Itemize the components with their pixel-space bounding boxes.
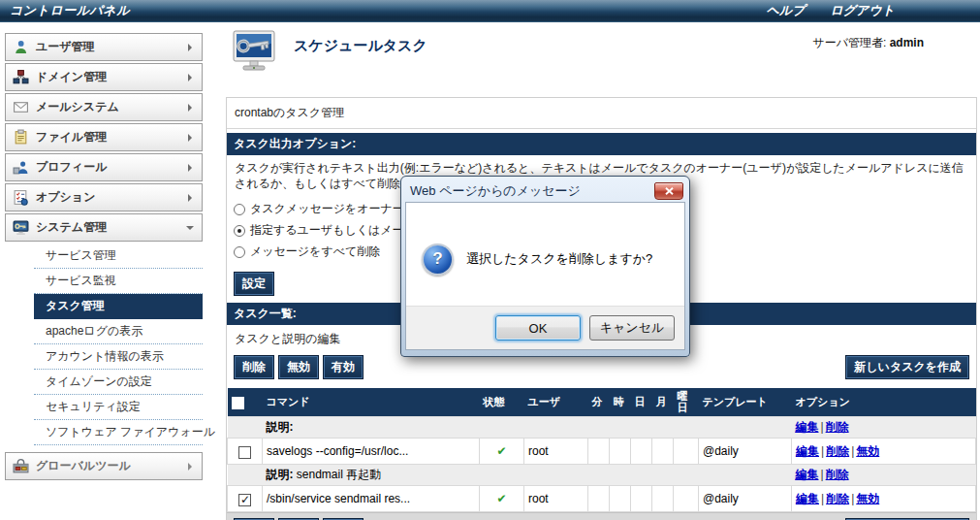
options-icon <box>13 189 29 206</box>
sidebar-item-profile[interactable]: プロフィール <box>5 153 203 181</box>
col-hour: 時 <box>610 388 631 417</box>
domain-icon <box>13 69 29 85</box>
task-user: root <box>524 439 588 465</box>
task-actions-bottom: 削除 無効 有効 新しいタスクを作成 <box>227 512 976 520</box>
chevron-right-icon <box>185 43 195 52</box>
select-all-checkbox[interactable] <box>232 397 244 409</box>
dialog-title: Web ページからのメッセージ <box>410 182 581 200</box>
edit-link[interactable]: 編集 <box>796 468 819 481</box>
chevron-right-icon <box>185 73 195 82</box>
delete-link[interactable]: 削除 <box>826 492 849 505</box>
settings-button[interactable]: 設定 <box>234 272 274 296</box>
create-task-button[interactable]: 新しいタスクを作成 <box>845 355 969 379</box>
disable-link[interactable]: 無効 <box>856 444 879 458</box>
col-minute: 分 <box>588 388 610 417</box>
description-label: 説明: <box>267 420 294 434</box>
page-title: スケジュールタスク <box>294 37 427 55</box>
task-user: root <box>524 486 588 512</box>
sidebar-item-security[interactable]: セキュリティ設定 <box>34 395 203 420</box>
scheduled-task-icon <box>230 29 278 78</box>
disable-button[interactable]: 無効 <box>278 355 319 379</box>
task-command: /sbin/service sendmail res... <box>263 486 480 512</box>
task-checkbox[interactable] <box>238 446 251 459</box>
edit-link[interactable]: 編集 <box>796 444 819 458</box>
delete-link[interactable]: 削除 <box>826 420 849 434</box>
chevron-right-icon <box>185 193 195 203</box>
app-title: コントロールパネル <box>0 2 130 19</box>
sidebar-item-user-management[interactable]: ユーザ管理 <box>5 33 203 61</box>
sidebar-item-software-firewall[interactable]: ソフトウェア ファイアウォール <box>34 420 203 445</box>
sidebar-item-global-tools[interactable]: グローバルツール <box>5 452 203 480</box>
system-icon <box>13 219 29 236</box>
radio-icon[interactable] <box>234 246 245 258</box>
ok-button[interactable]: OK <box>495 315 581 341</box>
file-icon <box>13 129 29 146</box>
col-user: ユーザ <box>524 388 588 417</box>
sidebar-item-timezone[interactable]: タイムゾーンの設定 <box>34 370 203 395</box>
task-table: コマンド 状態 ユーザ 分 時 日 月 曜日 テンプレート オプション <box>227 388 976 512</box>
sidebar-item-service-management[interactable]: サービス管理 <box>34 244 203 269</box>
dialog-footer: OK キャンセル <box>406 306 684 349</box>
sidebar-item-mail-system[interactable]: メールシステム <box>5 93 203 121</box>
col-template: テンプレート <box>699 388 792 417</box>
server-admin-label: サーバ管理者: admin <box>812 35 924 51</box>
task-command: savelogs --config=/usr/loc... <box>263 439 480 465</box>
delete-link[interactable]: 削除 <box>826 468 849 481</box>
status-check-icon: ✔ <box>496 492 506 505</box>
task-checkbox[interactable] <box>238 494 251 506</box>
sidebar-item-system-management[interactable]: システム管理 <box>5 213 203 242</box>
tools-icon <box>13 458 29 474</box>
table-header-row: コマンド 状態 ユーザ 分 時 日 月 曜日 テンプレート オプション <box>228 388 976 417</box>
sidebar: ユーザ管理 ドメイン管理 メールシステム ファイル管理 <box>0 22 226 520</box>
close-icon[interactable] <box>654 182 683 200</box>
task-description-row: 説明: 編集|削除 <box>228 417 976 439</box>
system-submenu: サービス管理 サービス監視 タスク管理 apacheログの表示 アカウント情報の… <box>5 244 203 445</box>
chevron-right-icon <box>185 133 195 143</box>
admin-name: admin <box>890 36 924 49</box>
crontab-section-title: crontabのタスク管理 <box>227 98 976 129</box>
output-options-header: タスク出力オプション: <box>227 133 976 155</box>
edit-link[interactable]: 編集 <box>796 492 819 505</box>
sidebar-item-apache-log[interactable]: apacheログの表示 <box>34 319 203 344</box>
dialog-body: ? 選択したタスクを削除しますか? OK キャンセル <box>405 202 685 350</box>
confirm-dialog: Web ページからのメッセージ ? 選択したタスクを削除しますか? OK キャン… <box>400 176 690 357</box>
chevron-down-icon <box>185 223 195 233</box>
page-header: スケジュールタスク サーバ管理者: admin <box>226 22 977 97</box>
col-status: 状態 <box>480 388 524 417</box>
dialog-title-bar: Web ページからのメッセージ <box>405 179 685 202</box>
cancel-button[interactable]: キャンセル <box>589 315 675 341</box>
description-label: 説明: <box>267 468 294 481</box>
mail-icon <box>13 99 29 115</box>
task-template: @daily <box>699 439 792 465</box>
enable-button[interactable]: 有効 <box>323 355 364 379</box>
delete-link[interactable]: 削除 <box>826 444 849 458</box>
edit-link[interactable]: 編集 <box>796 420 819 434</box>
sidebar-item-file-management[interactable]: ファイル管理 <box>5 123 203 151</box>
sidebar-item-task-management[interactable]: タスク管理 <box>34 294 203 319</box>
task-row: savelogs --config=/usr/loc... ✔ root @da… <box>228 439 976 465</box>
sidebar-item-account-info[interactable]: アカウント情報の表示 <box>34 344 203 370</box>
radio-icon[interactable] <box>234 225 245 237</box>
chevron-right-icon <box>185 163 195 173</box>
logout-link[interactable]: ログアウト <box>830 2 895 19</box>
question-icon: ? <box>422 244 454 276</box>
chevron-right-icon <box>185 103 195 113</box>
col-day: 日 <box>631 388 652 417</box>
col-month: 月 <box>652 388 674 417</box>
description-text: sendmail 再起動 <box>297 468 381 481</box>
sidebar-item-options[interactable]: オプション <box>5 183 203 211</box>
profile-icon <box>13 159 29 176</box>
sidebar-item-service-monitoring[interactable]: サービス監視 <box>34 269 203 294</box>
col-command: コマンド <box>263 388 480 417</box>
sidebar-item-domain-management[interactable]: ドメイン管理 <box>5 63 203 91</box>
dialog-message: 選択したタスクを削除しますか? <box>466 250 652 268</box>
task-actions-top: 削除 無効 有効 新しいタスクを作成 <box>227 353 976 388</box>
help-link[interactable]: ヘルプ <box>767 2 806 19</box>
top-bar: コントロールパネル ヘルプ ログアウト <box>0 0 980 22</box>
delete-button[interactable]: 削除 <box>234 355 274 379</box>
disable-link[interactable]: 無効 <box>856 492 879 505</box>
radio-icon[interactable] <box>234 204 245 215</box>
user-icon <box>13 39 29 55</box>
task-description-row: 説明: sendmail 再起動 編集|削除 <box>228 465 976 486</box>
chevron-right-icon <box>185 462 195 471</box>
